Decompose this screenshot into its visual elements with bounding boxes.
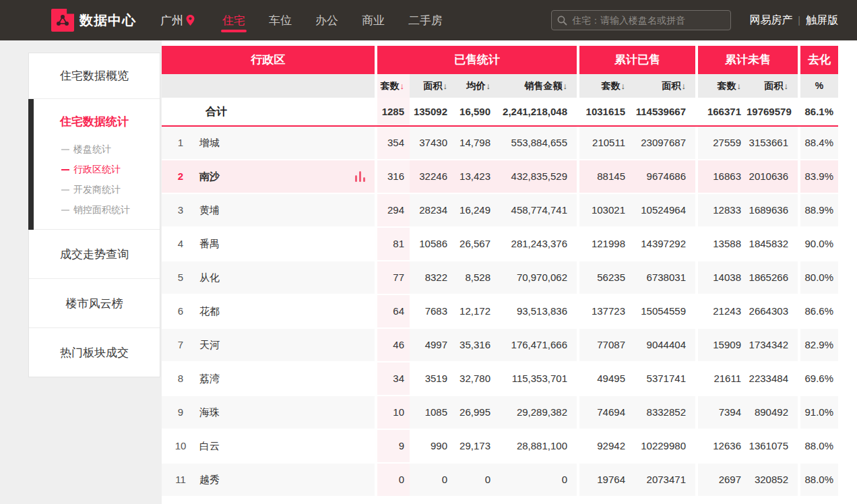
cell-cum-sold-units: 19764 [579,464,631,496]
cell-sales-amount: 115,353,701 [496,363,577,395]
sort-sold-units[interactable]: 套数↓ [377,74,410,98]
table-row[interactable]: 4番禺811058626,567281,243,3761219981439729… [162,228,838,261]
rank-number: 10 [162,430,199,462]
cell-sales-amount: 176,471,666 [496,329,577,361]
table-row[interactable]: 5从化7783228,52870,970,0625623567380311403… [162,261,838,295]
cell-sales-amount: 458,774,741 [496,194,577,226]
rank-number: 2 [162,160,199,193]
cell-avg-price: 32,780 [453,363,496,395]
col-group-cumulative-sold: 累计已售 [579,46,695,74]
table-body: 1增城3543743014,798553,884,655210511230976… [162,127,838,497]
cell-sold-area: 10586 [410,228,453,260]
cell-avg-price: 16,590 [453,98,496,125]
sidebar-item-hot-area-deals[interactable]: 热门板块成交 [29,328,160,377]
tab-secondhand[interactable]: 二手房 [404,0,447,40]
cell-sold-area: 3519 [410,363,453,395]
sort-desc-icon: ↓ [486,81,491,91]
cell-sellthrough-rate: 83.9% [800,160,838,193]
cell-avg-price: 26,995 [453,396,496,429]
table-row[interactable]: 7天河46499735,316176,471,66677087904440415… [162,329,838,363]
table-row[interactable]: 2南沙3163224613,423432,835,529881459674686… [162,160,838,194]
sort-avg-price[interactable]: 均价↓ [453,74,496,98]
district-name: 黄埔 [199,194,375,226]
sidebar-item-market-ranking[interactable]: 楼市风云榜 [29,279,160,328]
touch-version-link[interactable]: 触屏版 [806,13,838,28]
sort-cum-sold-area[interactable]: 面积↓ [631,74,695,98]
sidebar-subitem-building-stats[interactable]: 楼盘统计 [29,139,160,159]
sort-desc-icon: ↓ [682,81,687,91]
table-row[interactable]: 1增城3543743014,798553,884,655210511230976… [162,127,838,160]
sort-sales-amount[interactable]: 销售金额↓ [496,74,577,98]
district-cell: 7天河 [162,329,375,361]
sidebar-subitem-developer-stats[interactable]: 开发商统计 [29,179,160,199]
cell-cum-unsold-units: 2697 [698,464,747,496]
cell-sold-units: 77 [377,261,410,294]
sidebar-item-trend-query[interactable]: 成交走势查询 [29,230,160,279]
cell-sellthrough-rate: 82.9% [800,329,838,361]
cell-cum-unsold-area: 1361075 [747,430,798,462]
rank-number: 8 [162,363,199,395]
cell-cum-unsold-units: 166371 [698,98,747,125]
dash-icon [61,169,69,170]
table-row[interactable]: 8荔湾34351932,780115,353,70149495537174121… [162,363,838,396]
portal-link[interactable]: 网易房产 [749,13,792,28]
district-cell: 6花都 [162,295,375,327]
bar-chart-icon[interactable] [355,171,365,182]
table-row[interactable]: 10白云999029,17328,881,1009294210229980126… [162,430,838,464]
city-selector[interactable]: 广州 [160,0,195,40]
table-row[interactable]: 3黄埔2942823416,249458,774,741103021105249… [162,194,838,228]
cell-sold-area: 37430 [410,127,453,159]
tab-office[interactable]: 办公 [311,0,342,40]
cell-sold-units: 81 [377,228,410,260]
table-sub-header: 套数↓ 面积↓ 均价↓ 销售金额↓ 套数↓ 面积↓ 套数↓ 面积↓ % [162,74,838,98]
sidebar-item-overview[interactable]: 住宅数据概览 [29,53,160,99]
sidebar-item-stats[interactable]: 住宅数据统计 [29,114,160,129]
sort-desc-icon: ↓ [443,81,448,91]
district-name: 番禺 [199,228,375,260]
search-input[interactable] [572,15,725,26]
sort-cum-unsold-units[interactable]: 套数↓ [698,74,747,98]
cell-sales-amount: 0 [496,464,577,496]
rank-number: 11 [162,464,199,496]
cell-cum-sold-area: 8332852 [631,396,695,429]
table-row[interactable]: 9海珠10108526,99529,289,382746948332852739… [162,396,838,430]
dash-icon [61,210,69,211]
district-cell: 4番禺 [162,228,375,260]
rank-number: 7 [162,329,199,361]
cell-cum-unsold-units: 27559 [698,127,747,159]
sidebar-subitem-salescontrol-area-stats[interactable]: 销控面积统计 [29,199,160,220]
sort-desc-icon: ↓ [400,81,405,91]
sidebar-subitem-district-stats[interactable]: 行政区统计 [29,159,160,179]
sort-cum-sold-units[interactable]: 套数↓ [579,74,631,98]
cell-cum-sold-area: 23097687 [631,127,695,159]
sort-desc-icon: ↓ [784,81,789,91]
tab-parking[interactable]: 车位 [265,0,296,40]
cell-avg-price: 14,798 [453,127,496,159]
district-cell: 1增城 [162,127,375,159]
sort-cum-unsold-area[interactable]: 面积↓ [747,74,798,98]
cell-sales-amount: 29,289,382 [496,396,577,429]
table-row[interactable]: 11越秀0000197642073471269732085288.0% [162,464,838,497]
cell-cum-sold-units: 92942 [579,430,631,462]
sort-sold-area[interactable]: 面积↓ [410,74,453,98]
sort-desc-icon: ↓ [737,81,742,91]
app-logo-icon[interactable] [51,9,74,32]
cell-cum-unsold-area: 2010636 [747,160,798,193]
rank-number: 3 [162,194,199,226]
col-group-sold-stats: 已售统计 [377,46,577,74]
district-name: 荔湾 [199,363,375,395]
cell-cum-unsold-units: 12833 [698,194,747,226]
rank-number: 5 [162,261,199,294]
cell-cum-sold-area: 2073471 [631,464,695,496]
app-title: 数据中心 [80,0,136,40]
cell-avg-price: 8,528 [453,261,496,294]
table-row[interactable]: 6花都64768312,17293,513,836137723150545592… [162,295,838,329]
location-pin-icon [186,15,195,26]
subheader-percent: % [800,74,838,98]
main-content: 行政区 已售统计 累计已售 累计未售 去化 套数↓ 面积↓ 均价↓ 销售金额↓ … [162,40,857,504]
cell-cum-sold-units: 88145 [579,160,631,193]
cell-sold-units: 316 [377,160,410,193]
tab-commercial[interactable]: 商业 [358,0,389,40]
tab-residential[interactable]: 住宅 [218,0,249,40]
cell-avg-price: 13,423 [453,160,496,193]
